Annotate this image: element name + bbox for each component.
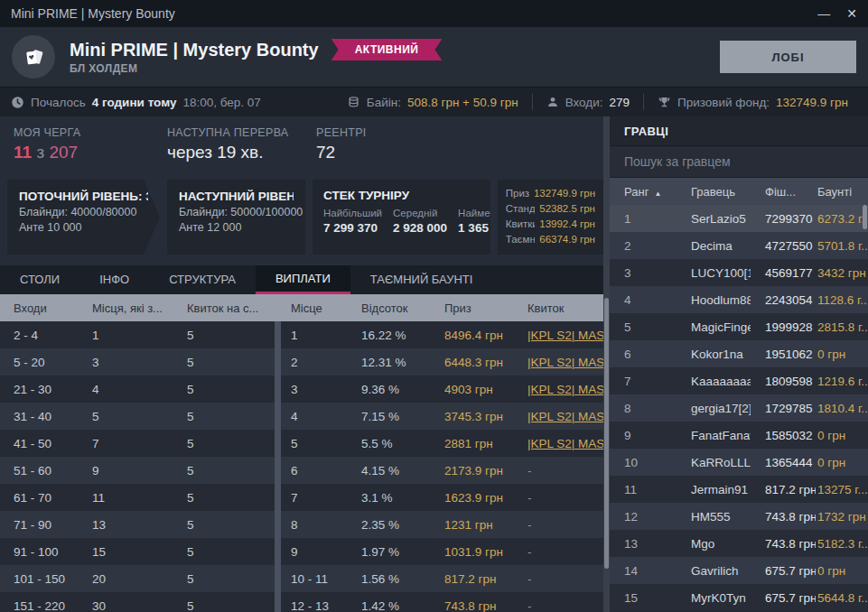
player-rank: 3 <box>610 266 677 280</box>
payouts-split-scrollbar[interactable] <box>275 321 281 612</box>
player-name: HM555 <box>677 510 751 524</box>
player-row[interactable]: 9 FanatFanata 1585032 0 грн <box>610 422 868 449</box>
infobar-divider <box>532 94 533 110</box>
player-name: Jermain91 <box>677 483 751 496</box>
payout-percent: 16.22 % <box>351 329 434 342</box>
payout-entries: 71 - 90 <box>0 518 79 532</box>
player-name: MagicFingers <box>677 320 751 334</box>
payout-percent: 3.1 % <box>351 491 434 505</box>
started-time: 18:00, бер. 07 <box>182 96 260 109</box>
player-row[interactable]: 8 gergia17[2] 1729785 1810.4 г... <box>610 394 868 422</box>
tournament-titles: Mini PRIME | Mystery Bounty АКТИВНИЙ БЛ … <box>70 39 442 75</box>
players-col-chips[interactable]: Фіш... <box>751 185 816 199</box>
player-row[interactable]: 5 MagicFingers 1999928 2815.8 г... <box>610 313 868 340</box>
player-name: Gavrilich <box>677 564 751 578</box>
tournament-stack-box: СТЕК ТУРНІРУ Найбільший 7 299 370 Середн… <box>313 180 490 255</box>
player-rank: 2 <box>610 239 677 253</box>
player-row[interactable]: 13 Mgo 743.8 грн 5182.3 г... <box>610 530 868 557</box>
payout-prize: 1623.9 грн <box>434 491 516 505</box>
payout-place: 4 <box>281 410 351 423</box>
main-scrollbar[interactable] <box>603 116 610 612</box>
payout-ticket-count: 5 <box>173 437 275 450</box>
main-scrollbar-thumb[interactable] <box>604 298 609 569</box>
payout-ticket-link[interactable]: |KPL S2| MAS <box>516 410 603 423</box>
tournament-cards-icon <box>12 35 55 79</box>
payout-ticket-link[interactable]: |KPL S2| MAS <box>516 437 603 450</box>
player-bounty: 0 грн <box>816 456 868 469</box>
payout-ticket-count: 5 <box>173 599 275 612</box>
current-level-box: ПОТОЧНИЙ РІВЕНЬ: 31 Блайнди: 40000/80000… <box>7 180 160 255</box>
tab-tables[interactable]: СТОЛИ <box>0 265 79 294</box>
payout-row: 71 - 90 13 5 8 2.35 % 1231 грн - <box>0 511 603 538</box>
payout-prize: 1231 грн <box>434 518 516 532</box>
buyin-value: 508.8 грн + 50.9 грн <box>407 96 518 109</box>
player-rank: 10 <box>610 456 677 469</box>
payout-percent: 1.42 % <box>351 599 434 612</box>
player-chips: 1585032 <box>751 429 816 442</box>
players-col-rank[interactable]: Ранг▲ <box>610 185 677 199</box>
person-icon <box>546 96 559 108</box>
player-chips: 675.7 грн <box>751 564 816 578</box>
payouts-col-percent: Відсоток <box>351 301 434 315</box>
player-rank: 4 <box>610 293 677 307</box>
payout-ticket-link[interactable]: |KPL S2| MAS <box>516 356 603 369</box>
next-break-label: НАСТУПНА ПЕРЕРВА <box>167 126 316 139</box>
payout-prize: 817.2 грн <box>434 572 516 586</box>
player-chips: 675.7 грн <box>751 591 816 605</box>
payouts-col-places-left: Місця, які з... <box>79 301 173 315</box>
payout-entries: 51 - 60 <box>0 464 79 478</box>
tab-structure[interactable]: СТРУКТУРА <box>149 265 256 294</box>
player-row[interactable]: 2 Decima 4727550 5701.8 г... <box>610 232 868 259</box>
payout-ticket-count: 5 <box>173 329 275 342</box>
players-scrollbar-thumb[interactable] <box>863 205 867 229</box>
payout-row: 51 - 60 9 5 6 4.15 % 2173.9 грн - <box>0 457 603 484</box>
payout-entries: 5 - 20 <box>0 356 79 369</box>
player-row[interactable]: 14 Gavrilich 675.7 грн 0 грн <box>610 557 868 584</box>
minimize-button[interactable]: — <box>817 0 830 27</box>
payout-percent: 4.15 % <box>351 464 434 478</box>
player-rank: 8 <box>610 402 677 415</box>
player-row[interactable]: 7 Kaaaaaaaaa14 1809598 1219.6 г... <box>610 367 868 394</box>
tab-payouts[interactable]: ВИПЛАТИ <box>256 265 350 294</box>
payout-ticket-link[interactable]: |KPL S2| MAS <box>516 329 603 342</box>
tab-mystery-bounty[interactable]: ТАЄМНИЙ БАУНТІ <box>350 265 493 294</box>
tab-info[interactable]: ІНФО <box>79 265 149 294</box>
player-chips: 1999928 <box>751 320 816 334</box>
payout-percent: 12.31 % <box>351 356 434 369</box>
payout-places-left: 3 <box>79 356 173 369</box>
player-name: Kaaaaaaaaa14 <box>677 375 751 388</box>
payouts-table: 2 - 4 1 5 1 16.22 % 8496.4 грн |KPL S2| … <box>0 321 603 612</box>
player-chips: 7299370 <box>751 212 816 226</box>
payout-ticket-link[interactable]: |KPL S2| MAS <box>516 383 603 396</box>
players-col-name[interactable]: Гравець <box>677 185 751 199</box>
player-row[interactable]: 3 LUCY100[1] 4569177 3432 грн <box>610 259 868 286</box>
players-col-bounty[interactable]: Баунті <box>816 185 868 199</box>
payouts-col-ticket-count: Квиток на с... <box>173 301 275 315</box>
lobby-button[interactable]: ЛОБІ <box>720 41 856 73</box>
player-row[interactable]: 10 KaRRoLLLLLL... 1365444 0 грн <box>610 449 868 476</box>
player-rank: 15 <box>610 591 677 605</box>
player-row[interactable]: 1 SerLazio5 7299370 6273.2 г. <box>610 205 868 232</box>
payout-prize: 743.8 грн <box>434 599 516 612</box>
player-row[interactable]: 11 Jermain91 817.2 грн 13275 г... <box>610 476 868 503</box>
sort-asc-icon: ▲ <box>654 190 661 198</box>
close-button[interactable]: ✕ <box>846 0 857 27</box>
player-row[interactable]: 6 Kokor1na 1951062 0 грн <box>610 340 868 367</box>
payout-entries: 101 - 150 <box>0 572 79 586</box>
payout-row: 5 - 20 3 5 2 12.31 % 6448.3 грн |KPL S2|… <box>0 348 603 376</box>
player-search-input[interactable] <box>610 154 868 169</box>
player-row[interactable]: 15 MyrK0Tyn 675.7 грн 5644.8 г... <box>610 584 868 611</box>
payout-ticket-count: 5 <box>173 356 275 369</box>
player-bounty: 2815.8 г... <box>816 320 868 334</box>
queue-separator: з <box>36 143 44 162</box>
player-row[interactable]: 4 Hoodlum88 2243054 1128.6 г... <box>610 286 868 313</box>
started-ago: 4 години тому <box>92 96 177 109</box>
player-row[interactable]: 12 HM555 743.8 грн 1732 грн <box>610 503 868 530</box>
window-controls: — ✕ <box>817 0 857 27</box>
player-chips: 4569177 <box>751 266 816 280</box>
current-level-title: ПОТОЧНИЙ РІВЕНЬ: 31 <box>19 190 148 203</box>
main-column: МОЯ ЧЕРГА 11 з 207 НАСТУПНА ПЕРЕРВА чере… <box>0 116 603 612</box>
trophy-icon <box>658 96 671 109</box>
payout-entries: 41 - 50 <box>0 437 79 450</box>
player-name: MyrK0Tyn <box>677 591 751 605</box>
